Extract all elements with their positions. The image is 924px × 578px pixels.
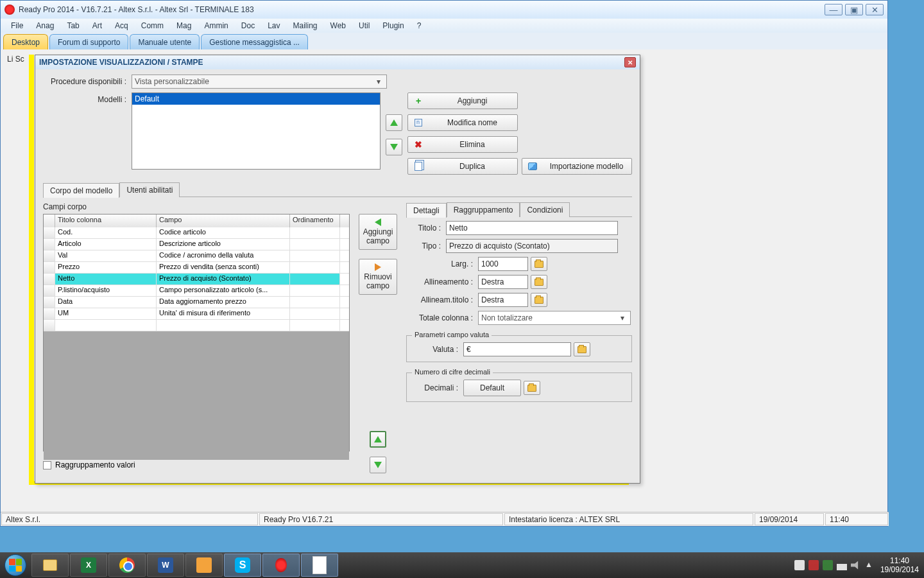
menu-anag[interactable]: Anag bbox=[30, 20, 60, 31]
titolo-input[interactable]: Netto bbox=[446, 221, 618, 235]
window-title: Ready Pro 2014 - V16.7.21 - Altex S.r.l.… bbox=[19, 5, 825, 14]
background-highlight bbox=[29, 55, 34, 481]
allineamento-label: Allineamento : bbox=[406, 277, 478, 286]
taskbar-outlook[interactable] bbox=[185, 554, 223, 577]
close-button[interactable]: ✕ bbox=[866, 4, 884, 15]
rimuovi-campo-button[interactable]: Rimuovi campo bbox=[359, 259, 397, 295]
tab-condizioni[interactable]: Condizioni bbox=[520, 202, 570, 217]
status-company: Altex S.r.l. bbox=[1, 513, 258, 525]
tab-messaggistica[interactable]: Gestione messaggistica ... bbox=[201, 34, 308, 49]
elimina-button[interactable]: ✖Elimina bbox=[407, 136, 518, 153]
table-row[interactable]: ArticoloDescrizione articolo bbox=[44, 239, 349, 250]
larg-browse-button[interactable] bbox=[531, 257, 547, 271]
tray-network-icon[interactable] bbox=[837, 560, 847, 570]
taskbar-chrome[interactable] bbox=[108, 554, 146, 577]
procedure-combo[interactable]: Vista personalizzabile ▾ bbox=[132, 74, 387, 89]
raggruppamento-valori-checkbox[interactable] bbox=[43, 461, 51, 469]
menu-util[interactable]: Util bbox=[352, 20, 376, 31]
menubar: File Anag Tab Art Acq Comm Mag Ammin Doc… bbox=[1, 19, 887, 33]
arrow-right-icon bbox=[375, 263, 381, 271]
tab-forum[interactable]: Forum di supporto bbox=[49, 34, 128, 49]
menu-mailing[interactable]: Mailing bbox=[287, 20, 324, 31]
taskbar-explorer[interactable] bbox=[31, 554, 69, 577]
raggruppamento-valori-label: Raggruppamento valori bbox=[55, 460, 135, 469]
valuta-legend: Parametri campo valuta bbox=[412, 331, 492, 338]
importazione-modello-button[interactable]: Importazione modello bbox=[522, 158, 632, 175]
totale-colonna-combo[interactable]: Non totalizzare ▾ bbox=[478, 311, 631, 325]
menu-comm[interactable]: Comm bbox=[135, 20, 170, 31]
modelli-item-default[interactable]: Default bbox=[132, 93, 380, 105]
menu-doc[interactable]: Doc bbox=[235, 20, 261, 31]
menu-acq[interactable]: Acq bbox=[108, 20, 135, 31]
tab-utenti-abilitati[interactable]: Utenti abilitati bbox=[119, 182, 180, 197]
taskbar-readypro[interactable] bbox=[262, 554, 300, 577]
aggiungi-campo-button[interactable]: Aggiungi campo bbox=[359, 214, 397, 250]
menu-lav[interactable]: Lav bbox=[261, 20, 286, 31]
maximize-button[interactable]: ▣ bbox=[845, 4, 863, 15]
taskbar-excel[interactable]: X bbox=[70, 554, 107, 577]
menu-tab[interactable]: Tab bbox=[60, 20, 85, 31]
grid-header-rowselector[interactable] bbox=[44, 215, 55, 227]
menu-file[interactable]: File bbox=[4, 20, 30, 31]
modifica-nome-button[interactable]: Modifica nome bbox=[407, 114, 518, 131]
document-icon bbox=[312, 556, 327, 574]
larg-input[interactable]: 1000 bbox=[478, 257, 528, 271]
field-move-up-button[interactable] bbox=[370, 431, 386, 448]
tray-shield-icon[interactable] bbox=[823, 560, 833, 570]
allineamento-browse-button[interactable] bbox=[531, 275, 547, 289]
taskbar-document[interactable] bbox=[301, 554, 338, 577]
table-row[interactable]: DataData aggiornamento prezzo bbox=[44, 297, 349, 308]
word-icon: W bbox=[158, 557, 173, 573]
menu-web[interactable]: Web bbox=[324, 20, 352, 31]
dialog-close-button[interactable]: ✕ bbox=[624, 57, 636, 67]
allineamento-input[interactable]: Destra bbox=[478, 275, 528, 289]
grid-header-campo[interactable]: Campo bbox=[157, 215, 290, 227]
table-row[interactable]: Cod.Codice articolo bbox=[44, 227, 349, 239]
duplica-button[interactable]: Duplica bbox=[407, 158, 518, 175]
menu-art[interactable]: Art bbox=[86, 20, 108, 31]
tray-chevron-icon[interactable]: ▲ bbox=[865, 560, 875, 570]
valuta-input[interactable]: € bbox=[463, 342, 571, 356]
minimize-button[interactable]: — bbox=[825, 4, 843, 15]
status-version: Ready Pro V16.7.21 bbox=[259, 513, 503, 525]
campi-corpo-grid[interactable]: Titolo colonna Campo Ordinamento Cod.Cod… bbox=[43, 214, 350, 451]
excel-icon: X bbox=[81, 557, 96, 573]
tab-manuale[interactable]: Manuale utente bbox=[130, 34, 200, 49]
taskbar-skype[interactable]: S bbox=[224, 554, 261, 577]
decimali-value-button[interactable]: Default bbox=[463, 380, 521, 396]
procedure-label: Procedure disponibili : bbox=[43, 77, 132, 86]
move-up-button[interactable] bbox=[386, 114, 402, 131]
move-down-button[interactable] bbox=[386, 139, 402, 155]
decimali-browse-button[interactable] bbox=[524, 381, 540, 395]
menu-ammin[interactable]: Ammin bbox=[198, 20, 234, 31]
tray-volume-icon[interactable] bbox=[851, 560, 861, 570]
allineam-titolo-browse-button[interactable] bbox=[531, 293, 547, 307]
readypro-icon bbox=[275, 558, 287, 572]
tray-antivirus-icon[interactable] bbox=[809, 560, 819, 570]
tab-corpo-modello[interactable]: Corpo del modello bbox=[43, 183, 119, 198]
table-row[interactable]: UMUnita' di misura di riferimento bbox=[44, 308, 349, 320]
menu-help[interactable]: ? bbox=[411, 20, 428, 31]
menu-plugin[interactable]: Plugin bbox=[376, 20, 410, 31]
table-row[interactable]: P.listino/acquistoCampo personalizzato a… bbox=[44, 285, 349, 297]
modelli-listbox[interactable]: Default bbox=[132, 92, 381, 170]
start-button[interactable] bbox=[0, 552, 31, 578]
table-row[interactable]: NettoPrezzo di acquisto (Scontato) bbox=[44, 274, 349, 285]
tab-raggruppamento[interactable]: Raggruppamento bbox=[447, 202, 520, 217]
allineam-titolo-input[interactable]: Destra bbox=[478, 293, 528, 307]
grid-header-titolo[interactable]: Titolo colonna bbox=[55, 215, 157, 227]
tab-dettagli[interactable]: Dettagli bbox=[406, 203, 447, 218]
tray-flag-icon[interactable] bbox=[794, 560, 805, 570]
document-tabs: Desktop Forum di supporto Manuale utente… bbox=[1, 33, 887, 49]
tab-desktop[interactable]: Desktop bbox=[3, 34, 48, 49]
grid-header-ordinamento[interactable]: Ordinamento bbox=[290, 215, 340, 227]
field-move-down-button[interactable] bbox=[370, 457, 386, 473]
table-row[interactable]: ValCodice / acronimo della valuta bbox=[44, 250, 349, 262]
valuta-browse-button[interactable] bbox=[574, 342, 590, 356]
table-row[interactable]: PrezzoPrezzo di vendita (senza sconti) bbox=[44, 262, 349, 274]
menu-mag[interactable]: Mag bbox=[170, 20, 198, 31]
aggiungi-button[interactable]: +Aggiungi bbox=[407, 92, 518, 109]
taskbar-clock[interactable]: 11:40 19/09/2014 bbox=[880, 556, 919, 575]
taskbar-word[interactable]: W bbox=[147, 554, 184, 577]
dialog-impostazione-stampe: IMPOSTAZIONE VISUALIZZAZIONI / STAMPE ✕ … bbox=[35, 55, 640, 484]
